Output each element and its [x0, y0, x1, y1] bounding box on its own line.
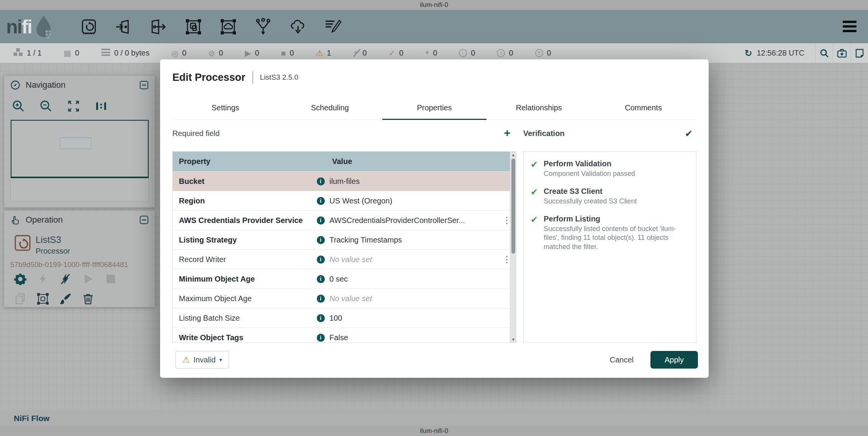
property-row-listing-batch-size[interactable]: Listing Batch Size i 100 ⋮ — [173, 308, 516, 328]
property-name: Region — [173, 197, 312, 205]
collapse-navigation-icon[interactable] — [139, 80, 149, 90]
dialog-tabs: SettingsSchedulingPropertiesRelationship… — [173, 96, 696, 120]
process-group-icon[interactable] — [185, 18, 202, 36]
zoom-fit-icon[interactable] — [67, 100, 80, 113]
breadcrumb-nifi-flow[interactable]: NiFi Flow — [14, 414, 49, 423]
selected-component-type: Processor — [36, 247, 70, 256]
title-divider — [252, 71, 253, 84]
disabled-icon: ⚡ — [353, 49, 359, 58]
scrollbar-thumb[interactable] — [511, 159, 515, 254]
tab-properties[interactable]: Properties — [382, 96, 487, 120]
output-port-icon[interactable] — [150, 18, 167, 36]
start-play-icon[interactable] — [82, 273, 94, 285]
stale-icon: ↑ — [459, 49, 467, 57]
property-name: AWS Credentials Provider Service — [173, 216, 312, 225]
group-select-icon[interactable] — [37, 293, 49, 305]
status-invalid: ⚠ 1 — [316, 49, 331, 58]
property-value[interactable]: Tracking Timestamps — [329, 236, 498, 244]
flow-status-page-icon[interactable] — [850, 43, 868, 63]
template-icon[interactable] — [289, 18, 307, 36]
search-icon[interactable] — [815, 43, 833, 63]
configure-gear-icon[interactable] — [14, 273, 26, 285]
remote-process-group-icon[interactable] — [219, 18, 237, 36]
operation-panel-header: Operation — [4, 211, 155, 229]
property-row-region[interactable]: Region i US West (Oregon) ⋮ — [173, 191, 516, 210]
property-value[interactable]: 100 — [329, 314, 498, 323]
logo-text-light: fi — [21, 17, 32, 36]
check-icon: ✔ — [531, 160, 538, 179]
enable-lightning-icon[interactable] — [37, 273, 49, 285]
copy-icon[interactable] — [14, 293, 26, 305]
status-count: 0 — [219, 49, 223, 57]
zoom-out-icon[interactable] — [39, 100, 52, 113]
disable-lightning-icon[interactable] — [59, 273, 72, 285]
birdseye-minimap[interactable] — [10, 120, 149, 202]
collapse-operation-icon[interactable] — [139, 215, 149, 225]
input-port-icon[interactable] — [115, 18, 133, 36]
first-aid-kit-icon[interactable] — [833, 43, 850, 63]
apply-button[interactable]: Apply — [650, 351, 698, 369]
status-sync-failure: ? 0 — [535, 49, 551, 57]
table-scrollbar[interactable]: ▲ ▼ — [510, 152, 516, 343]
property-row-minimum-object-age[interactable]: Minimum Object Age i 0 sec ⋮ — [173, 269, 516, 288]
delete-trash-icon[interactable] — [82, 293, 94, 305]
scroll-up-arrow[interactable]: ▲ — [510, 152, 516, 157]
navigation-tools — [12, 100, 108, 113]
tab-relationships[interactable]: Relationships — [486, 96, 591, 120]
app-toolbar: nifi — [0, 10, 868, 43]
zoom-in-icon[interactable] — [12, 100, 25, 113]
refresh-icon[interactable]: ↻ — [744, 48, 752, 59]
status-bar-right: ↻ 12:56:28 UTC — [744, 43, 868, 63]
minimap-viewport[interactable] — [11, 120, 149, 178]
property-name: Write Object Tags — [173, 333, 312, 342]
chevron-down-icon: ▾ — [219, 357, 222, 363]
status-items: 1 / 1 ▦ 0 0 / 0 bytes ◎ 0 ⊘ 0 ▶ 0 ■ 0 ⚠ … — [0, 48, 573, 59]
window-title: ilum-nifi-0 — [420, 1, 448, 9]
property-row-maximum-object-age[interactable]: Maximum Object Age i No value set ⋮ — [173, 288, 516, 308]
scroll-down-arrow[interactable]: ▼ — [510, 337, 516, 342]
property-row-record-writer[interactable]: Record Writer i No value set ⋮ — [173, 249, 516, 269]
property-row-write-object-tags[interactable]: Write Object Tags i False ⋮ — [173, 328, 516, 343]
refresh-control[interactable]: ↻ 12:56:28 UTC — [744, 48, 804, 59]
property-value[interactable]: No value set — [329, 294, 498, 303]
tab-settings[interactable]: Settings — [173, 96, 278, 120]
status-locally-modified-stale: ! 0 — [497, 49, 513, 57]
column-header-property: Property — [173, 157, 318, 166]
status-count: 0 — [255, 49, 259, 57]
global-menu-icon[interactable] — [843, 21, 857, 32]
info-icon: i — [317, 216, 325, 225]
property-value[interactable]: No value set — [329, 255, 498, 264]
property-row-aws-credentials-provider-service[interactable]: AWS Credentials Provider Service i AWSCr… — [173, 210, 516, 230]
properties-table: Property Value Bucket i ilum-files ⋮ Reg… — [172, 151, 516, 343]
property-name: Maximum Object Age — [173, 294, 312, 303]
running-icon: ▶ — [245, 49, 251, 58]
funnel-icon[interactable] — [254, 18, 272, 36]
not-transmitting-icon: ⊘ — [208, 49, 215, 58]
status-running: ▶ 0 — [245, 49, 259, 58]
property-value[interactable]: ilum-files — [329, 177, 498, 186]
cancel-button[interactable]: Cancel — [610, 356, 634, 364]
property-name: Listing Batch Size — [173, 314, 312, 323]
tab-comments[interactable]: Comments — [591, 96, 696, 120]
property-value[interactable]: US West (Oregon) — [329, 197, 498, 205]
status-count: 1 — [327, 49, 331, 57]
status-queue: 0 / 0 bytes — [101, 48, 149, 59]
property-value[interactable]: False — [329, 333, 498, 342]
verification-item-perform-listing: ✔ Perform Listing Successfully listed co… — [524, 207, 696, 252]
label-icon[interactable] — [324, 18, 342, 36]
color-brush-icon[interactable] — [59, 293, 72, 305]
property-row-bucket[interactable]: Bucket i ilum-files ⋮ — [173, 171, 516, 191]
property-value[interactable]: 0 sec — [329, 275, 498, 284]
verify-properties-icon[interactable]: ✔ — [680, 125, 697, 142]
zoom-actual-size-icon[interactable] — [95, 100, 108, 113]
status-count: 0 — [433, 49, 437, 57]
status-stale: ↑ 0 — [459, 49, 475, 57]
validation-status-button[interactable]: ⚠ Invalid ▾ — [175, 351, 229, 369]
property-row-listing-strategy[interactable]: Listing Strategy i Tracking Timestamps ⋮ — [173, 230, 516, 249]
stop-square-icon[interactable] — [105, 273, 117, 285]
property-value[interactable]: AWSCredentialsProviderControllerSer... — [329, 216, 498, 225]
add-property-icon[interactable]: + — [499, 125, 516, 141]
tab-scheduling[interactable]: Scheduling — [278, 96, 382, 120]
processor-icon[interactable] — [80, 18, 98, 36]
dialog-actions: Cancel Apply — [610, 351, 698, 369]
